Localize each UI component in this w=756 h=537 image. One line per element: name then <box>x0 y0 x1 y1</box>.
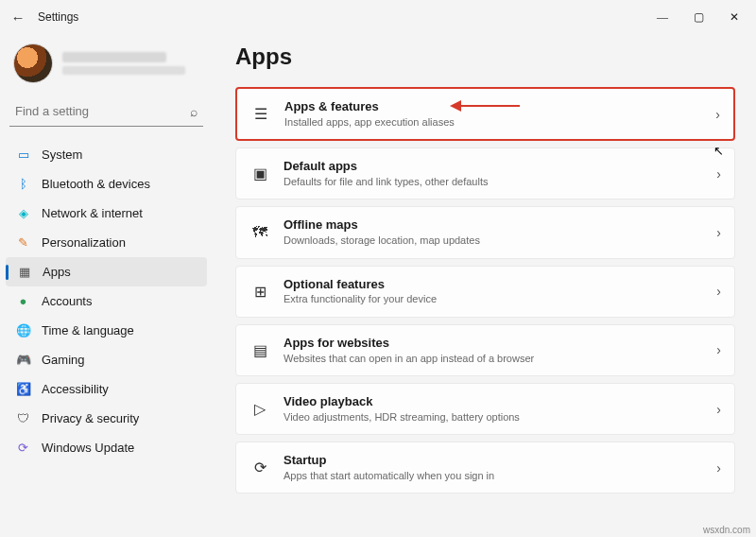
accounts-icon: ● <box>15 293 31 309</box>
user-text <box>62 52 185 75</box>
accessibility-icon: ♿ <box>15 381 31 397</box>
time-icon: 🌐 <box>15 322 31 338</box>
card-desc: Apps that start automatically when you s… <box>284 469 703 482</box>
card-apps-features[interactable]: ☰ Apps & features Installed apps, app ex… <box>235 87 735 141</box>
card-text: Startup Apps that start automatically wh… <box>284 453 703 482</box>
system-icon: ▭ <box>15 147 31 163</box>
chevron-right-icon: › <box>716 402 721 417</box>
network-icon: ◈ <box>15 205 31 221</box>
avatar <box>13 43 53 83</box>
update-icon: ⟳ <box>15 440 31 456</box>
maximize-button[interactable]: ▢ <box>680 4 716 30</box>
apps-websites-icon: ▤ <box>249 339 270 360</box>
search-input[interactable] <box>15 104 190 118</box>
card-text: Video playback Video adjustments, HDR st… <box>284 394 703 424</box>
apps-features-icon: ☰ <box>250 104 271 125</box>
card-startup[interactable]: ⟳ Startup Apps that start automatically … <box>235 442 735 494</box>
nav-time-language[interactable]: 🌐Time & language <box>6 316 207 345</box>
back-button[interactable]: ← <box>4 9 32 26</box>
video-playback-icon: ▷ <box>249 399 270 420</box>
card-text: Default apps Defaults for file and link … <box>284 159 703 188</box>
card-title: Startup <box>284 453 703 469</box>
sidebar: ⌕ ▭System ᛒBluetooth & devices ◈Network … <box>0 34 213 537</box>
card-default-apps[interactable]: ▣ Default apps Defaults for file and lin… <box>235 147 735 199</box>
default-apps-icon: ▣ <box>249 164 270 184</box>
nav-windows-update[interactable]: ⟳Windows Update <box>6 433 207 462</box>
card-desc: Defaults for file and link types, other … <box>284 175 703 188</box>
nav-label: Gaming <box>42 353 85 367</box>
page-title: Apps <box>235 43 735 70</box>
window-title: Settings <box>38 10 78 24</box>
nav-label: System <box>42 147 82 162</box>
nav-label: Bluetooth & devices <box>42 177 150 191</box>
gaming-icon: 🎮 <box>15 352 31 368</box>
nav-apps[interactable]: ▦Apps <box>6 257 207 286</box>
nav-gaming[interactable]: 🎮Gaming <box>6 345 207 374</box>
nav-label: Accounts <box>42 294 92 308</box>
nav-system[interactable]: ▭System <box>6 140 207 169</box>
nav-label: Accessibility <box>42 382 109 396</box>
bluetooth-icon: ᛒ <box>15 176 31 192</box>
chevron-right-icon: › <box>716 284 721 299</box>
nav-personalization[interactable]: ✎Personalization <box>6 228 207 257</box>
minimize-button[interactable]: — <box>644 4 680 30</box>
personalization-icon: ✎ <box>15 234 31 251</box>
nav-label: Windows Update <box>42 441 134 455</box>
card-title: Offline maps <box>284 217 703 234</box>
close-button[interactable]: ✕ <box>716 4 752 30</box>
card-text: Apps for websites Websites that can open… <box>284 336 703 365</box>
card-apps-for-websites[interactable]: ▤ Apps for websites Websites that can op… <box>235 324 735 376</box>
card-title: Video playback <box>284 394 703 410</box>
nav-bluetooth[interactable]: ᛒBluetooth & devices <box>6 169 207 199</box>
user-name-blurred <box>62 52 166 62</box>
card-desc: Installed apps, app execution aliases <box>284 115 702 129</box>
card-title: Apps for websites <box>284 336 703 352</box>
chevron-right-icon: › <box>716 460 721 476</box>
user-block[interactable] <box>6 40 207 96</box>
card-title: Default apps <box>284 159 703 175</box>
user-email-blurred <box>62 66 185 75</box>
annotation-arrow <box>444 100 524 112</box>
card-offline-maps[interactable]: 🗺 Offline maps Downloads, storage locati… <box>235 206 735 258</box>
nav-label: Time & language <box>42 323 134 338</box>
nav-label: Apps <box>43 265 71 279</box>
nav-label: Network & internet <box>42 206 143 220</box>
attribution: wsxdn.com <box>703 525 750 535</box>
startup-icon: ⟳ <box>249 458 270 478</box>
card-title: Optional features <box>284 277 703 293</box>
chevron-right-icon: › <box>716 225 721 240</box>
apps-icon: ▦ <box>16 264 32 280</box>
nav-label: Personalization <box>42 235 126 250</box>
search-icon: ⌕ <box>190 104 198 119</box>
card-text: Offline maps Downloads, storage location… <box>284 217 703 247</box>
nav-label: Privacy & security <box>42 411 139 425</box>
search-box[interactable]: ⌕ <box>9 96 203 127</box>
chevron-right-icon: › <box>716 166 721 182</box>
card-desc: Downloads, storage location, map updates <box>284 234 703 247</box>
nav-privacy[interactable]: 🛡Privacy & security <box>6 404 207 433</box>
card-video-playback[interactable]: ▷ Video playback Video adjustments, HDR … <box>235 383 735 435</box>
card-desc: Websites that can open in an app instead… <box>284 352 703 365</box>
privacy-icon: 🛡 <box>15 410 31 426</box>
titlebar: ← Settings — ▢ ✕ <box>0 0 756 34</box>
nav-accounts[interactable]: ●Accounts <box>6 286 207 316</box>
optional-features-icon: ⊞ <box>249 281 270 302</box>
cursor-icon: ↖ <box>713 144 724 158</box>
nav-network[interactable]: ◈Network & internet <box>6 199 207 228</box>
nav-accessibility[interactable]: ♿Accessibility <box>6 374 207 404</box>
card-text: Optional features Extra functionality fo… <box>284 277 703 306</box>
shell: ⌕ ▭System ᛒBluetooth & devices ◈Network … <box>0 34 756 537</box>
window-controls: — ▢ ✕ <box>644 4 752 30</box>
card-optional-features[interactable]: ⊞ Optional features Extra functionality … <box>235 266 735 318</box>
offline-maps-icon: 🗺 <box>249 222 270 243</box>
chevron-right-icon: › <box>715 107 720 122</box>
chevron-right-icon: › <box>716 342 721 357</box>
card-desc: Video adjustments, HDR streaming, batter… <box>284 410 703 424</box>
card-desc: Extra functionality for your device <box>284 292 703 305</box>
nav: ▭System ᛒBluetooth & devices ◈Network & … <box>6 140 207 462</box>
